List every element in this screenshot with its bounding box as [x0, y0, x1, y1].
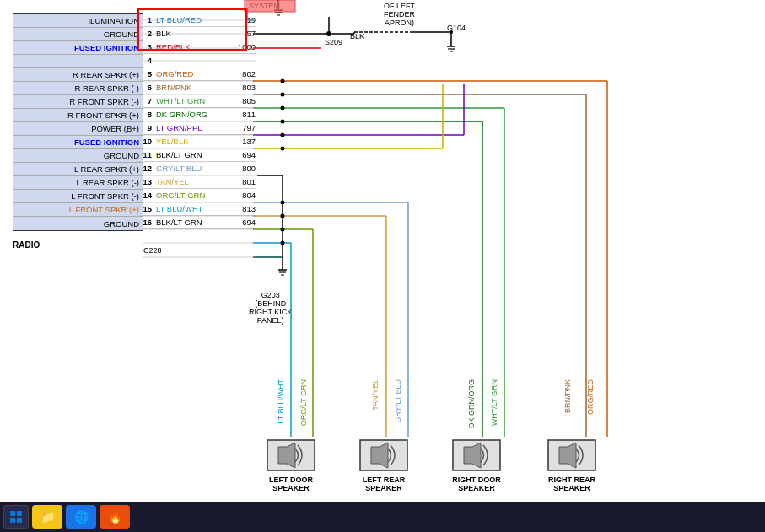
connector-row-power: POWER (B+)	[13, 122, 143, 136]
pin-wire-3: RED/BLK	[154, 42, 230, 51]
right-rear-speaker-icon	[547, 438, 597, 472]
vlabel-org-red: ORG/RED	[586, 379, 595, 415]
taskbar: 📁 🌐 🔥	[0, 502, 765, 532]
pin-row-7: 7 WHT/LT GRN 805	[137, 94, 256, 108]
pin-row-15: 15 LT BLU/WHT 813	[137, 202, 256, 216]
app3-button[interactable]: 🔥	[100, 505, 130, 529]
svg-point-75	[281, 241, 285, 245]
connector-row-l-front-plus: L FRONT SPKR (+)	[13, 203, 143, 217]
system-label: SYSTEM	[249, 2, 280, 10]
svg-rect-76	[10, 511, 15, 516]
left-door-speaker-group: LEFT DOORSPEAKER	[266, 438, 316, 492]
pin-row-9: 9 LT GRN/PPL 797	[137, 121, 256, 135]
pin-circuit-2: 57	[230, 29, 256, 38]
right-door-speaker-label: RIGHT DOORSPEAKER	[451, 476, 502, 492]
pin-wire-14: ORG/LT GRN	[154, 191, 230, 200]
svg-point-73	[281, 214, 285, 218]
connector-row-l-front-minus: L FRONT SPKR (-)	[13, 190, 143, 203]
pin-num-4: 4	[137, 56, 154, 65]
connector-row-fused-ignition1: FUSED IGNITION	[13, 41, 143, 55]
pin-circuit-5: 802	[230, 69, 256, 78]
left-rear-speaker-label: LEFT REARSPEAKER	[358, 476, 409, 492]
pin-table: 1 LT BLU/RED 19 2 BLK 57 3 RED/BLK 1000 …	[137, 13, 256, 229]
connector-row-r-rear-minus: R REAR SPKR (-)	[13, 82, 143, 95]
pin-num-8: 8	[137, 110, 154, 119]
pin-num-6: 6	[137, 83, 154, 92]
svg-point-74	[281, 228, 285, 232]
svg-rect-78	[10, 518, 15, 523]
svg-point-72	[281, 201, 285, 205]
g104-label: G104	[447, 24, 466, 32]
vlabel-wht-ltgrn: WHT/LT GRN	[490, 379, 498, 426]
left-door-speaker-icon	[266, 438, 316, 472]
pin-num-12: 12	[137, 164, 154, 173]
pin-wire-6: BRN/PNK	[154, 83, 230, 92]
connector-row-ground1: GROUND	[13, 28, 143, 41]
file-explorer-button[interactable]: 📁	[32, 505, 62, 529]
pin-circuit-9: 797	[230, 123, 256, 132]
right-rear-speaker-label: RIGHT REARSPEAKER	[547, 476, 597, 492]
connector-row-ground3: GROUND	[13, 217, 143, 230]
pin-circuit-3: 1000	[230, 42, 256, 51]
connector-row-r-front-minus: R FRONT SPKR (-)	[13, 95, 143, 109]
pin-row-11: 11 BLK/LT GRN 694	[137, 148, 256, 162]
blk-label: BLK	[350, 32, 364, 40]
pin-row-3: 3 RED/BLK 1000	[137, 40, 256, 54]
pin-wire-2: BLK	[154, 29, 230, 38]
start-button[interactable]	[3, 505, 29, 529]
pin-num-7: 7	[137, 96, 154, 105]
connector-row-r-front-plus: R FRONT SPKR (+)	[13, 109, 143, 122]
fender-label: OF LEFTFENDERAPRON)	[384, 2, 415, 27]
browser-button[interactable]: 🌐	[66, 505, 96, 529]
pin-row-16: 16 BLK/LT GRN 694	[137, 216, 256, 229]
connector-row-l-rear-plus: L REAR SPKR (+)	[13, 163, 143, 176]
s209-label: S209	[325, 38, 342, 46]
radio-label: RADIO	[13, 240, 40, 250]
svg-point-69	[281, 120, 285, 124]
pin-row-8: 8 DK GRN/ORG 811	[137, 108, 256, 121]
vlabel-brn-pnk: BRN/PNK	[563, 379, 572, 413]
pin-wire-12: GRY/LT BLU	[154, 164, 230, 173]
pin-circuit-12: 800	[230, 164, 256, 173]
svg-point-71	[281, 147, 285, 151]
pin-row-10: 10 YEL/BLK 137	[137, 135, 256, 148]
g203-label: G203(BEHINDRIGHT KICKPANEL)	[249, 291, 292, 325]
c228-label: C228	[143, 246, 162, 255]
svg-point-67	[281, 93, 285, 97]
connector-box: ILUMINATION GROUND FUSED IGNITION R REAR…	[13, 13, 143, 231]
connector-row-ground2: GROUND	[13, 149, 143, 163]
pin-num-1: 1	[137, 15, 154, 24]
svg-point-66	[281, 79, 285, 83]
svg-point-70	[281, 133, 285, 137]
pin-wire-5: ORG/RED	[154, 69, 230, 78]
pin-num-13: 13	[137, 177, 154, 186]
pin-row-6: 6 BRN/PNK 803	[137, 81, 256, 94]
pin-num-5: 5	[137, 69, 154, 78]
right-rear-speaker-group: RIGHT REARSPEAKER	[547, 438, 597, 492]
pin-wire-9: LT GRN/PPL	[154, 123, 230, 132]
pin-num-2: 2	[137, 29, 154, 38]
svg-rect-79	[17, 518, 22, 523]
left-rear-speaker-icon	[358, 438, 409, 472]
left-door-speaker-label: LEFT DOORSPEAKER	[266, 476, 316, 492]
pin-row-12: 12 GRY/LT BLU 800	[137, 162, 256, 175]
pin-circuit-8: 811	[230, 110, 256, 119]
svg-point-11	[326, 31, 331, 36]
pin-circuit-14: 804	[230, 191, 256, 200]
pin-wire-11: BLK/LT GRN	[154, 150, 230, 159]
pin-num-10: 10	[137, 137, 154, 146]
pin-row-2: 2 BLK 57	[137, 27, 256, 40]
pin-circuit-16: 694	[230, 218, 256, 227]
vlabel-dkgrn-org: DK GRN/ORG	[467, 379, 476, 428]
pin-num-11: 11	[137, 150, 154, 159]
vlabel-gry-ltblu: GRY/LT BLU	[394, 379, 402, 423]
right-door-speaker-icon	[451, 438, 502, 472]
pin-row-14: 14 ORG/LT GRN 804	[137, 189, 256, 202]
pin-num-3: 3	[137, 42, 154, 51]
pin-num-9: 9	[137, 123, 154, 132]
pin-circuit-10: 137	[230, 137, 256, 146]
pin-row-13: 13 TAN/YEL 801	[137, 175, 256, 189]
pin-num-16: 16	[137, 218, 154, 227]
connector-row-l-rear-minus: L REAR SPKR (-)	[13, 176, 143, 190]
connector-row-illumination: ILUMINATION	[13, 14, 143, 28]
